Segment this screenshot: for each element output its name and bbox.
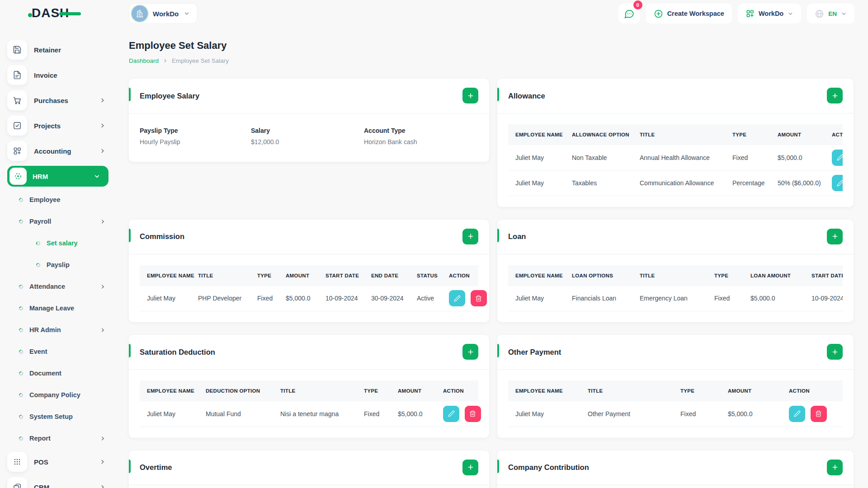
accent-bar: [497, 229, 499, 242]
bullet-icon: [18, 414, 24, 420]
bullet-icon: [18, 305, 24, 311]
sidebar-item-label: Payslip: [47, 261, 70, 268]
sidebar-item-payslip[interactable]: Payslip: [7, 254, 118, 276]
sidebar-item-attendance[interactable]: Attendance: [7, 276, 118, 297]
sidebar-item-set-salary[interactable]: Set salary: [7, 232, 118, 254]
cell-employee: Juliet May: [508, 170, 565, 196]
card-title: Commission: [140, 232, 184, 241]
bullet-icon: [18, 284, 24, 290]
col-header: START DATE: [318, 265, 364, 286]
add-loan-button[interactable]: [827, 229, 843, 244]
delete-button[interactable]: [811, 406, 827, 422]
edit-button[interactable]: [832, 175, 843, 191]
sidebar-item-event[interactable]: Event: [7, 341, 118, 362]
workspace-selector[interactable]: WorkDo: [129, 3, 198, 24]
messages-button[interactable]: 0: [618, 4, 640, 23]
sidebar-item-label: HR Admin: [29, 326, 61, 333]
check-square-icon: [7, 116, 27, 136]
sidebar-item-payroll[interactable]: Payroll: [7, 211, 118, 232]
overtime-card: Overtime: [129, 450, 489, 488]
building-icon: [135, 9, 144, 18]
add-saturation-deduction-button[interactable]: [462, 344, 478, 360]
field-payslip-type: Payslip Type Hourly Payslip: [140, 127, 251, 145]
add-allowance-button[interactable]: [827, 88, 843, 103]
col-header: TITLE: [632, 265, 707, 286]
cell-option: Non Taxable: [565, 145, 632, 170]
sidebar-item-pos[interactable]: POS: [7, 449, 118, 474]
col-header: START DATE: [804, 265, 843, 286]
sidebar-item-label: POS: [34, 458, 48, 466]
table-row: Juliet May Financials Loan Emergency Loa…: [508, 286, 843, 311]
cards-grid: Employee Salary Payslip Type Hourly Pays…: [129, 79, 854, 488]
cell-employee: Juliet May: [140, 401, 198, 427]
edit-button[interactable]: [789, 406, 805, 422]
chevron-down-icon: [184, 10, 190, 17]
table-header-row: EMPLOYEE NAME TITLE TYPE AMOUNT START DA…: [140, 265, 478, 286]
breadcrumb-separator-icon: [163, 58, 168, 63]
table-header-row: EMPLOYEE NAME TITLE TYPE AMOUNT ACTION: [508, 380, 843, 401]
add-other-payment-button[interactable]: [827, 344, 843, 360]
sidebar-item-company-policy[interactable]: Company Policy: [7, 384, 118, 406]
sidebar-item-label: Purchases: [34, 97, 68, 104]
pos-icon: [7, 452, 27, 472]
bullet-icon: [18, 392, 24, 398]
col-header: TITLE: [632, 124, 725, 145]
cell-start-date: 10-09-2024: [804, 286, 843, 311]
edit-button[interactable]: [832, 150, 843, 166]
add-commission-button[interactable]: [462, 229, 478, 244]
cell-actions: [442, 286, 478, 311]
sidebar-item-system-setup[interactable]: System Setup: [7, 406, 118, 427]
col-header: EMPLOYEE NAME: [140, 265, 191, 286]
language-button[interactable]: EN: [807, 4, 854, 23]
plus-icon: [831, 92, 839, 99]
sidebar-item-retainer[interactable]: Retainer: [7, 37, 118, 62]
breadcrumb-dashboard-link[interactable]: Dashboard: [129, 57, 159, 64]
delete-button[interactable]: [465, 406, 481, 422]
pencil-icon: [448, 410, 455, 417]
sidebar-item-label: Employee: [29, 196, 61, 203]
card-body: EMPLOYEE NAME DEDUCTION OPTION TITLE TYP…: [129, 370, 489, 438]
sidebar-item-crm[interactable]: CRM: [7, 474, 118, 488]
card-header: Loan: [497, 220, 854, 254]
add-employee-salary-button[interactable]: [462, 88, 478, 103]
col-header: TITLE: [191, 265, 250, 286]
sidebar-item-hr-admin[interactable]: HR Admin: [7, 319, 118, 341]
sidebar-item-document[interactable]: Document: [7, 362, 118, 384]
app-switcher-button[interactable]: WorkDo: [738, 4, 801, 23]
create-workspace-button[interactable]: Create Workspace: [646, 4, 732, 23]
add-company-contribution-button[interactable]: [827, 460, 843, 475]
col-header: STATUS: [410, 265, 442, 286]
sidebar-item-employee[interactable]: Employee: [7, 189, 118, 211]
sidebar-item-label: System Setup: [29, 413, 73, 420]
sidebar-item-projects[interactable]: Projects: [7, 113, 118, 138]
sidebar-item-purchases[interactable]: Purchases: [7, 88, 118, 113]
grid-plus-icon: [7, 141, 27, 161]
edit-button[interactable]: [443, 406, 459, 422]
col-header: LOAN OPTIONS: [565, 265, 632, 286]
plus-icon: [831, 348, 839, 356]
sidebar-item-label: Accounting: [34, 147, 71, 155]
sidebar-item-label: Invoice: [34, 71, 57, 79]
sidebar-item-accounting[interactable]: Accounting: [7, 138, 118, 164]
cell-start-date: 10-09-2024: [318, 286, 364, 311]
edit-button[interactable]: [449, 290, 465, 306]
col-header: ALLOWNACE OPTION: [565, 124, 632, 145]
main-content: Employee Set Salary Dashboard Employee S…: [118, 27, 868, 488]
delete-button[interactable]: [471, 290, 487, 306]
col-header: AMOUNT: [770, 124, 825, 145]
cell-option: Mutual Fund: [198, 401, 273, 427]
sidebar-item-manage-leave[interactable]: Manage Leave: [7, 297, 118, 319]
col-header: TYPE: [357, 380, 391, 401]
col-header: DEDUCTION OPTION: [198, 380, 273, 401]
sidebar-item-report[interactable]: Report: [7, 427, 118, 449]
sidebar-item-hrm[interactable]: HRM: [7, 166, 108, 187]
loan-card: Loan EMPLOYEE NAME LOAN OPTIONS TITLE TY…: [497, 220, 854, 323]
commission-table: EMPLOYEE NAME TITLE TYPE AMOUNT START DA…: [140, 265, 478, 312]
sidebar-item-invoice[interactable]: Invoice: [7, 62, 118, 88]
dash-logo[interactable]: DASH: [28, 6, 81, 20]
add-overtime-button[interactable]: [462, 460, 478, 475]
logo-bar: [59, 12, 81, 15]
retainer-icon: [7, 40, 27, 60]
cell-status: Active: [410, 286, 442, 311]
chevron-right-icon: [99, 459, 106, 465]
